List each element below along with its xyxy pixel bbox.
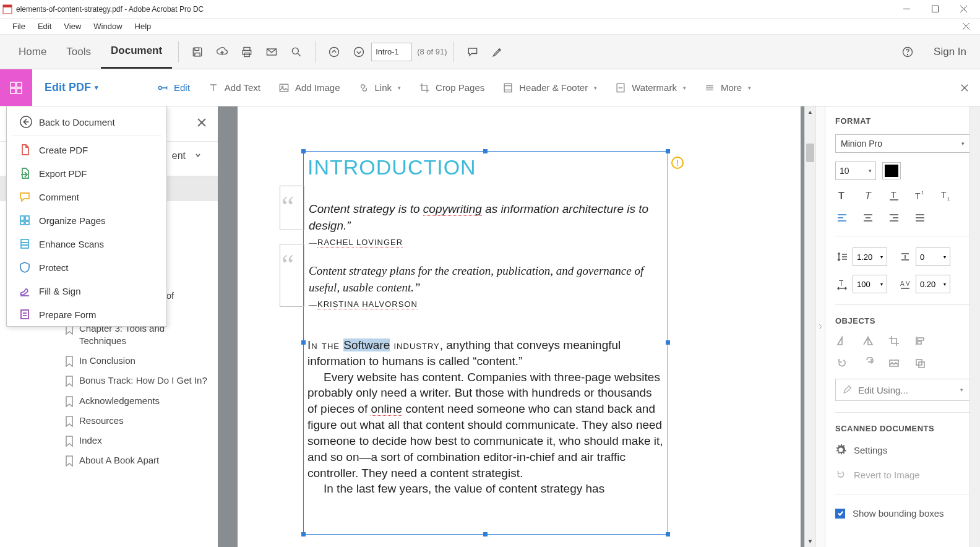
page-number-input[interactable] — [371, 43, 412, 61]
arrange-icon[interactable] — [913, 356, 927, 370]
doc-heading: INTRODUCTION — [307, 155, 476, 179]
print-icon[interactable] — [234, 40, 259, 64]
font-family-select[interactable]: Minion Pro▾ — [835, 134, 970, 153]
superscript-icon[interactable]: T1 — [913, 189, 927, 202]
scanned-settings[interactable]: Settings — [835, 442, 970, 458]
doc-scrollbar[interactable]: ▲ ▼ — [804, 106, 815, 547]
char-space-input[interactable]: 0.20▾ — [916, 275, 950, 293]
menu-view[interactable]: View — [58, 19, 87, 34]
menu-file[interactable]: File — [6, 19, 32, 34]
warning-badge-icon[interactable]: ! — [671, 157, 684, 169]
align-left-icon[interactable] — [835, 211, 849, 225]
header-footer-tool[interactable]: Header & Footer▾ — [493, 69, 606, 106]
edit-pdf-app-icon[interactable] — [0, 69, 32, 106]
tab-tools[interactable]: Tools — [56, 35, 101, 69]
bookmark-item[interactable]: Bonus Track: How Do I Get In? — [62, 371, 210, 390]
bold-icon[interactable]: T — [835, 189, 849, 202]
title-bar: elements-of-content-strategy.pdf - Adobe… — [0, 0, 980, 19]
font-color-picker[interactable] — [882, 162, 901, 179]
rotate-ccw-icon[interactable] — [835, 356, 849, 370]
text-selection-box[interactable]: ! INTRODUCTION Content strategy is to co… — [303, 151, 668, 535]
left-panel-close-icon[interactable] — [194, 115, 209, 130]
more-tool[interactable]: More▾ — [695, 69, 760, 106]
bookmark-item[interactable]: Resources — [62, 411, 210, 431]
line-height-input[interactable]: 1.20▾ — [853, 248, 887, 266]
font-size-select[interactable]: 10▾ — [835, 162, 876, 180]
overlay-item-export[interactable]: Export PDF — [7, 162, 166, 185]
bookmark-item[interactable]: About A Book Apart — [62, 450, 210, 470]
page-down-icon[interactable] — [346, 40, 371, 64]
save-icon[interactable] — [185, 40, 210, 64]
paragraph-space-input[interactable]: 0▾ — [916, 248, 950, 266]
edit-using-dropdown[interactable]: Edit Using... ▾ — [835, 379, 970, 401]
highlight-icon[interactable] — [485, 40, 510, 64]
fillsign-icon — [18, 284, 32, 298]
flip-v-icon[interactable] — [861, 334, 875, 348]
italic-icon[interactable]: T — [861, 189, 875, 202]
align-objects-icon[interactable] — [913, 334, 927, 348]
align-center-icon[interactable] — [861, 211, 875, 225]
top-toolbar: Home Tools Document (8 of 91) Sign In — [0, 35, 980, 69]
add-text-tool[interactable]: Add Text — [199, 69, 269, 106]
edit-tool[interactable]: Edit — [148, 69, 199, 106]
menu-close-button[interactable] — [958, 19, 974, 35]
objects-section-label: OBJECTS — [835, 316, 970, 325]
sign-in-button[interactable]: Sign In — [929, 46, 971, 58]
help-icon[interactable] — [895, 40, 920, 64]
svg-rect-28 — [504, 84, 512, 92]
tab-home[interactable]: Home — [9, 35, 56, 69]
comment-bubble-icon[interactable] — [460, 40, 485, 64]
menu-window[interactable]: Window — [87, 19, 128, 34]
overlay-item-organize[interactable]: Organize Pages — [7, 209, 166, 232]
flip-h-icon[interactable] — [835, 334, 849, 348]
search-icon[interactable] — [284, 40, 309, 64]
overlay-item-comment[interactable]: Comment — [7, 185, 166, 209]
add-image-tool[interactable]: Add Image — [269, 69, 349, 106]
bookmark-label: In Conclusion — [79, 355, 135, 367]
bookmark-icon — [64, 436, 74, 447]
minimize-button[interactable] — [892, 0, 921, 19]
bookmark-icon — [64, 455, 74, 467]
doc-quote-1: Content strategy is to copywriting as in… — [309, 201, 661, 234]
document-viewport[interactable]: ! INTRODUCTION Content strategy is to co… — [218, 106, 815, 547]
svg-rect-1 — [3, 5, 12, 7]
window-title: elements-of-content-strategy.pdf - Adobe… — [16, 5, 892, 14]
close-editbar-button[interactable] — [949, 69, 980, 106]
cloud-upload-icon[interactable] — [210, 40, 234, 64]
crop-tool[interactable]: Crop Pages — [410, 69, 493, 106]
hscale-input[interactable]: 100▾ — [853, 275, 887, 293]
maximize-button[interactable] — [921, 0, 949, 19]
replace-image-icon[interactable] — [887, 356, 901, 370]
overlay-item-enhance[interactable]: Enhance Scans — [7, 232, 166, 256]
link-tool[interactable]: Link▾ — [349, 69, 410, 106]
svg-text:T: T — [838, 191, 845, 201]
close-button[interactable] — [949, 0, 978, 19]
bookmark-item[interactable]: In Conclusion — [62, 351, 210, 371]
bookmark-item[interactable]: Index — [62, 431, 210, 450]
bookmark-item[interactable]: Acknowledgements — [62, 391, 210, 411]
overlay-item-fillsign[interactable]: Fill & Sign — [7, 279, 166, 303]
align-justify-icon[interactable] — [913, 211, 927, 225]
svg-rect-11 — [244, 47, 250, 50]
tab-document[interactable]: Document — [101, 35, 172, 69]
mail-icon[interactable] — [259, 40, 284, 64]
underline-icon[interactable]: T — [887, 189, 901, 202]
overlay-item-create[interactable]: Create PDF — [7, 138, 166, 162]
overlay-item-protect[interactable]: Protect — [7, 256, 166, 279]
crop-object-icon[interactable] — [887, 334, 901, 348]
show-bounding-boxes[interactable]: Show bounding boxes — [835, 506, 970, 521]
menu-edit[interactable]: Edit — [32, 19, 58, 34]
rotate-cw-icon[interactable] — [861, 356, 875, 370]
right-panel-toggle[interactable] — [815, 106, 825, 547]
right-panel-scrollbar[interactable] — [969, 106, 980, 547]
checkbox-checked-icon[interactable] — [835, 509, 845, 519]
edit-pdf-title[interactable]: Edit PDF▾ — [32, 81, 111, 94]
overlay-item-prepare[interactable]: Prepare Form — [7, 303, 166, 326]
page-up-icon[interactable] — [322, 40, 346, 64]
back-to-document[interactable]: Back to Document — [12, 109, 161, 136]
watermark-tool[interactable]: Watermark▾ — [606, 69, 695, 106]
menu-help[interactable]: Help — [129, 19, 158, 34]
bookmark-expand-icon[interactable] — [194, 150, 202, 162]
subscript-icon[interactable]: T1 — [939, 189, 953, 202]
align-right-icon[interactable] — [887, 211, 901, 225]
